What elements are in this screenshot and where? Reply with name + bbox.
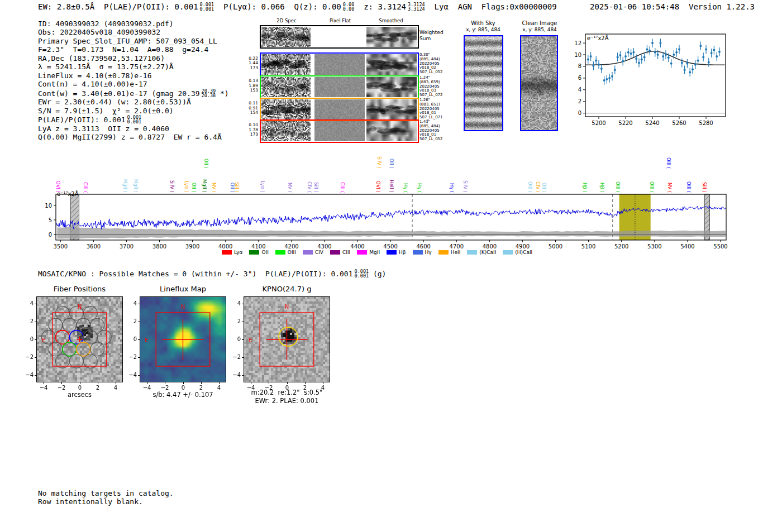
stacked-uncertainty: 0.0010.001 [200,2,214,11]
spec2d-column-header: Smoothed [369,18,413,23]
emission-line-label: OIII ( [666,157,671,169]
legend-entry: Lyα [222,250,249,255]
pixel-flat-image [314,121,365,141]
emission-line-label: CIII ( [340,182,345,193]
info-line: Primary Spec_Slot_IFU_AMP: 507_093_054_L… [38,37,229,45]
y-tick-label: −2 [123,354,137,360]
fiber-xlabel: arcsecs [52,391,108,399]
axis-tick [80,382,80,384]
x-tick-label: −4 [140,385,154,391]
legend-swatch [303,250,313,255]
legend-swatch [330,250,340,255]
axis-tick [287,382,288,384]
smoothed-image [366,54,417,75]
axis-tick [242,322,244,322]
weighted-sum-label: WeightedSum [419,30,444,41]
emission-line-label: MgII ( [122,179,128,193]
y-tick-label: 0 [227,336,241,342]
emission-line-label: OIII ( [649,181,655,193]
header-timestamp-version: 2025-01-06 10:54:48 Version 1.22.3 [590,2,755,11]
legend-swatch [387,250,397,255]
axis-tick [138,339,140,340]
report-version: Version 1.22.3 [689,2,755,11]
emission-line-label: OIII ( [686,181,692,193]
spec2d-row-stats: 0.110.91154 [247,101,258,116]
zoom-spectrum-plot: 52005220524052605280024681012e⁻¹⁷x2Å [578,29,751,132]
y-tick-label: 2 [227,318,241,324]
emission-line-label: OVI ( [375,181,381,193]
axis-tick [35,375,37,376]
svg-text:10: 10 [45,203,52,209]
svg-text:4900: 4900 [516,243,530,250]
svg-text:5200: 5200 [614,243,628,250]
spec2d-row-stats: 0.221.44173 [247,56,258,71]
axis-tick [147,382,147,384]
axis-tick [219,382,220,384]
svg-text:4000: 4000 [218,243,232,250]
report-timestamp: 2025-01-06 10:54:48 [590,2,679,11]
axis-tick [116,382,116,384]
axis-tick [183,382,184,384]
pixel-flat-image [314,99,365,119]
x-tick-label: 0 [73,385,87,391]
emission-line-label: MgII ( [133,179,139,193]
legend-label: Hβ [399,250,406,255]
spec2d-column-header: Pixel Flat [318,18,363,23]
y-tick-label: −2 [20,354,34,360]
spec2d-row-stats: 0.131.89153 [247,79,258,93]
svg-text:3800: 3800 [152,243,166,250]
svg-text:3700: 3700 [120,243,133,250]
header-metric: EW: 2.8±0.5Å [38,2,104,11]
x-tick-label: 4 [109,385,122,391]
cutout-title: Lineflux Map [133,285,233,293]
cutout-title: KPNO(24.7) g [237,285,337,293]
emission-line-label: Hβ ( [599,183,605,193]
legend-label: CIII [342,250,350,255]
spectrum-legend: LyαOIIOIIICIVCIIIMgIIHβHγHeII(K)CaII(H)C… [222,250,539,255]
legend-entry: MgII [357,250,387,255]
mosaic-match-summary: MOSAIC/KPNO : Possible Matches = 0 (with… [38,269,386,279]
svg-text:10: 10 [574,52,581,58]
axis-tick [251,382,251,384]
legend-entry: Hγ [413,250,438,255]
x-tick-label: 0 [177,385,190,391]
kpno-caption-1: m:20.2 re:1.2" s:0.5" [234,389,340,396]
emission-line-label: Hβ ( [582,183,588,193]
svg-text:3600: 3600 [87,243,101,250]
svg-text:N: N [285,304,289,310]
header-metric: P(Lyα): 0.066 [223,2,294,11]
emission-line-label: OIII ( [615,181,621,193]
axis-tick [242,375,244,376]
emission-line-label: OII ( [389,159,394,169]
axis-tick [138,322,140,322]
axis-tick [98,382,98,384]
legend-swatch [275,250,285,255]
emission-line-label: Hγ ( [449,183,455,193]
axis-tick [35,322,37,322]
svg-text:5280: 5280 [699,120,713,126]
spec2d-row-meta: 1.43"(885, 484)20220405v018_01507_LL_052 [419,120,446,142]
spec2d-image [261,121,311,141]
legend-label: OIII [288,250,296,255]
header-metric: P(LAE)/P(OII): 0.0010.0010.001 [104,2,223,11]
x-tick-label: 2 [194,385,208,391]
legend-entry: HeII [438,250,468,255]
x-tick-label: −4 [37,385,50,391]
kpno-caption-2: EWr: 2. PLAE: 0.001 [234,397,340,405]
svg-text:E: E [145,337,148,343]
emission-line-label: SiIV ( [462,180,468,193]
y-tick-label: −2 [227,354,241,360]
svg-text:5400: 5400 [680,243,694,250]
info-line: Q(0.00) MgII(2799) z = 0.8727 EW r = 6.4… [38,133,229,141]
info-line: RA,Dec (183.739502,53.127106) [38,54,229,63]
y-tick-label: 4 [227,300,241,306]
y-tick-label: −4 [20,372,34,378]
svg-text:4200: 4200 [284,243,298,250]
emission-line-label: SiII ( [313,182,319,193]
legend-entry: (H)CaII [503,250,539,255]
legend-entry: Hβ [387,250,413,255]
svg-text:5500: 5500 [713,243,727,250]
legend-label: MgII [369,250,380,255]
legend-label: OII [261,250,268,255]
svg-text:E: E [249,337,252,343]
